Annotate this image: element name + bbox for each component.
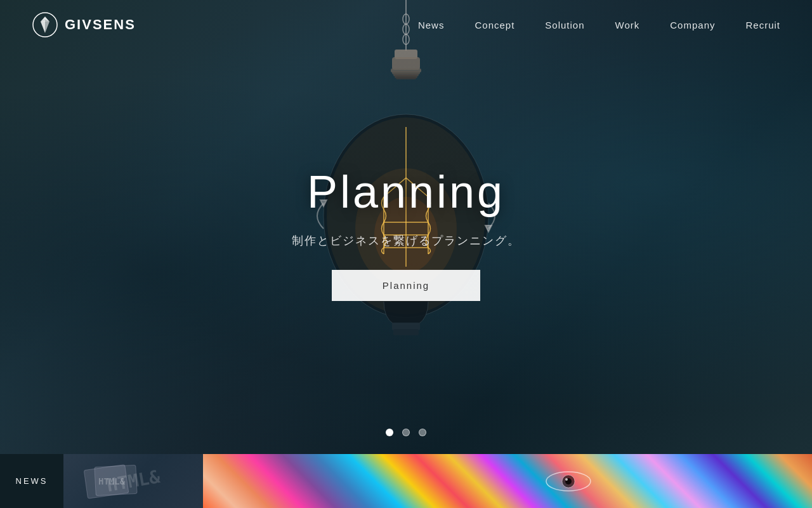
nav-company[interactable]: Company (670, 20, 715, 30)
logo-area[interactable]: GIVSENS (32, 11, 136, 38)
news-label: NEWS (0, 454, 63, 508)
svg-point-34 (565, 478, 568, 481)
hero-subtitle: 制作とビジネスを繋げるプランニング。 (292, 233, 520, 248)
nav-news[interactable]: News (418, 20, 445, 30)
nav-concept[interactable]: Concept (475, 20, 514, 30)
site-header: GIVSENS News Concept Solution Work Compa… (0, 0, 812, 50)
nav-solution[interactable]: Solution (545, 20, 584, 30)
givsens-logo-icon (32, 11, 58, 38)
nav-work[interactable]: Work (615, 20, 640, 30)
news-image-colorful[interactable] (203, 454, 812, 508)
svg-rect-11 (396, 77, 416, 79)
news-section: NEWS HTML& (0, 454, 812, 508)
svg-rect-27 (393, 329, 419, 335)
news-image-html[interactable]: HTML& (63, 454, 203, 508)
hero-title: Planning (307, 166, 505, 218)
nav-recruit[interactable]: Recruit (745, 20, 780, 30)
slider-dot-3[interactable] (419, 429, 426, 436)
logo-text: GIVSENS (65, 17, 136, 33)
svg-rect-6 (392, 57, 420, 70)
svg-text:HTML&: HTML& (98, 476, 126, 486)
html-cards-icon: HTML& (82, 462, 184, 500)
hero-cta-button[interactable]: Planning (332, 270, 480, 301)
slider-dots (386, 429, 426, 436)
eye-graphic (543, 469, 594, 494)
hero-content: Planning 制作とビジネスを繋げるプランニング。 Planning (292, 153, 520, 301)
slider-dot-1[interactable] (386, 429, 393, 436)
main-nav: News Concept Solution Work Company Recru… (418, 20, 780, 30)
hero-section: Planning 制作とビジネスを繋げるプランニング。 Planning (0, 0, 812, 454)
slider-dot-2[interactable] (402, 429, 410, 436)
